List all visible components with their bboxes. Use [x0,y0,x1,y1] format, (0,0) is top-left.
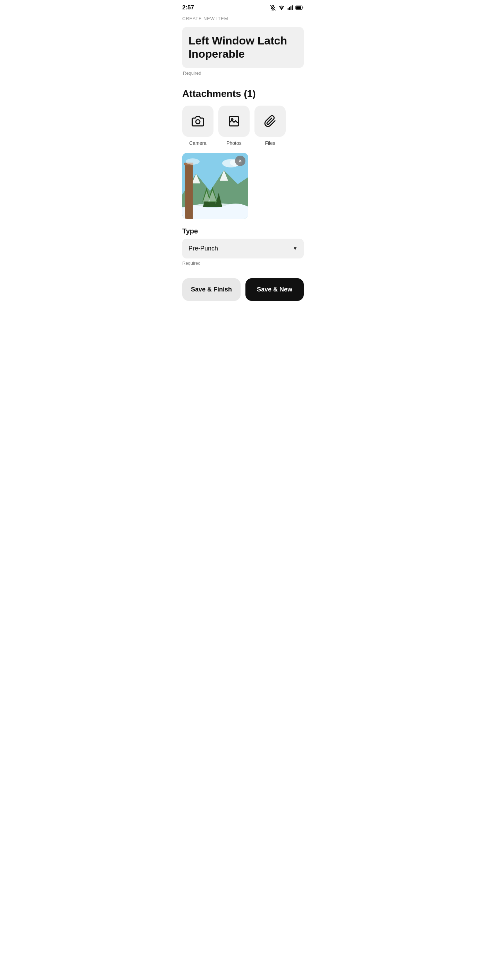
photos-icon [228,115,240,127]
photos-button[interactable]: Photos [218,106,249,146]
main-content: Left Window Latch Inoperable Required At… [175,27,311,266]
attachment-buttons: Camera Photos [182,106,304,146]
files-button[interactable]: Files [254,106,286,146]
svg-rect-7 [292,5,293,10]
type-label: Type [182,227,304,235]
type-section: Type Pre-Punch ▼ Required [182,227,304,266]
svg-point-3 [281,10,281,10]
save-new-button[interactable]: Save & New [245,278,304,301]
mute-icon [270,5,276,10]
svg-rect-19 [185,163,193,219]
camera-button[interactable]: Camera [182,106,213,146]
status-time: 2:57 [182,4,194,11]
page-title: CREATE NEW ITEM [182,16,228,21]
svg-rect-9 [296,6,301,9]
photo-thumbnail-container: × [182,153,248,219]
bottom-buttons: Save & Finish Save & New [175,273,311,311]
photos-icon-container [218,106,249,137]
photos-label: Photos [226,140,241,146]
svg-rect-4 [288,8,289,10]
type-dropdown[interactable]: Pre-Punch ▼ [182,239,304,258]
type-dropdown-value: Pre-Punch [189,245,218,252]
svg-rect-6 [291,6,292,10]
files-label: Files [265,140,275,146]
item-name-field[interactable]: Left Window Latch Inoperable [182,27,304,68]
item-name-text[interactable]: Left Window Latch Inoperable [189,34,297,61]
chevron-down-icon: ▼ [293,246,297,251]
svg-point-12 [232,118,233,120]
battery-icon [295,5,304,10]
camera-label: Camera [189,140,206,146]
wifi-icon [278,5,285,10]
page-header: CREATE NEW ITEM [175,14,311,27]
files-icon-container [254,106,286,137]
attachments-title: Attachments (1) [182,88,304,99]
status-bar: 2:57 [175,0,311,14]
signal-icon [287,5,293,10]
svg-point-10 [196,119,200,124]
svg-rect-5 [289,7,290,10]
remove-photo-button[interactable]: × [235,156,245,166]
item-name-required: Required [182,70,304,76]
svg-point-30 [186,158,200,165]
status-icons [270,5,304,10]
type-required: Required [182,261,304,266]
camera-icon [192,115,204,127]
camera-icon-container [182,106,213,137]
save-finish-button[interactable]: Save & Finish [182,278,241,301]
attachments-section: Attachments (1) Camera [182,88,304,219]
files-icon [264,115,276,127]
remove-icon: × [239,158,241,163]
